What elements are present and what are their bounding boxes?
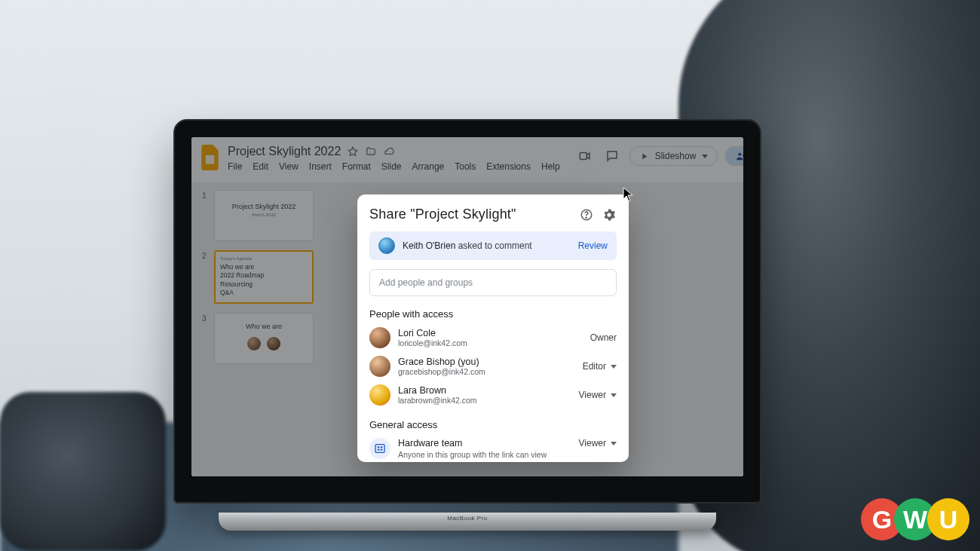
slide-thumb-3[interactable]: 3 Who we are [202, 313, 314, 364]
menu-view[interactable]: View [279, 161, 299, 172]
add-people-input[interactable]: Add people and groups [369, 269, 617, 296]
svg-point-3 [586, 217, 586, 218]
person-email: larabrown@ink42.com [398, 396, 571, 405]
watermark-logo: G W U [861, 498, 969, 540]
svg-point-2 [581, 210, 592, 220]
review-button[interactable]: Review [578, 240, 608, 251]
person-name: Lara Brown [398, 385, 571, 396]
svg-rect-6 [381, 446, 383, 448]
menu-arrange[interactable]: Arrange [412, 161, 445, 172]
role-dropdown[interactable]: Editor [583, 361, 617, 372]
group-desc: Anyone in this group with the link can v… [398, 450, 571, 459]
slide-thumb-1[interactable]: 1 Project Skylight 2022 March 2022 [202, 190, 314, 241]
requester-avatar [378, 237, 395, 254]
role-dropdown[interactable]: Viewer [579, 390, 617, 400]
role-dropdown[interactable]: Viewer [579, 438, 617, 448]
svg-rect-8 [381, 449, 383, 451]
move-folder-icon[interactable] [365, 145, 377, 158]
general-access-heading: General access [369, 419, 617, 430]
group-icon [369, 438, 390, 459]
role-label: Owner [590, 332, 617, 343]
thumb-body: Who we are 2022 Roadmap Resourcing Q&A [220, 263, 308, 298]
group-name-dropdown[interactable]: Hardware team [398, 438, 571, 448]
dialog-title: Share "Project Skylight" [369, 207, 579, 222]
caret-down-icon [611, 393, 617, 397]
menu-help[interactable]: Help [541, 161, 560, 172]
svg-rect-7 [378, 449, 380, 451]
thumb-number: 3 [202, 313, 210, 364]
thumb-title: Project Skylight 2022 [219, 203, 308, 211]
avatar-icon [369, 356, 390, 377]
star-icon[interactable] [347, 145, 359, 158]
menu-insert[interactable]: Insert [309, 161, 332, 172]
svg-rect-0 [580, 153, 586, 160]
svg-rect-4 [375, 445, 384, 453]
watermark-u: U [927, 498, 969, 540]
slideshow-label: Slideshow [655, 151, 697, 161]
person-row: Grace Bishop (you) gracebishop@ink42.com… [369, 356, 617, 377]
svg-rect-5 [378, 446, 380, 448]
laptop-screen: Project Skylight 2022 File Edit View [191, 137, 743, 476]
laptop-bezel: Project Skylight 2022 File Edit View [173, 119, 761, 504]
app-header: Project Skylight 2022 File Edit View [191, 137, 743, 172]
share-dialog: Share "Project Skylight" Keith O'Brien a… [357, 194, 629, 462]
laptop: Project Skylight 2022 File Edit View [173, 119, 761, 526]
menu-bar: File Edit View Insert Format Slide Arran… [228, 161, 560, 172]
thumb-number: 2 [202, 250, 210, 304]
avatar-icon [267, 337, 280, 350]
slides-logo-icon [201, 145, 220, 170]
caret-down-icon [611, 365, 617, 369]
person-email: loricole@ink42.com [398, 338, 583, 347]
avatar-icon [369, 384, 390, 406]
avatar-icon [247, 337, 261, 350]
thumb-heading: Today's Agenda [220, 256, 308, 261]
general-access-row: Hardware team Anyone in this group with … [369, 438, 617, 459]
person-email: gracebishop@ink42.com [398, 367, 575, 376]
help-icon[interactable] [579, 207, 594, 222]
thumb-number: 1 [202, 190, 210, 241]
slides-app: Project Skylight 2022 File Edit View [191, 137, 743, 476]
meet-icon[interactable] [575, 146, 595, 166]
play-icon [639, 152, 649, 161]
menu-edit[interactable]: Edit [253, 161, 268, 172]
menu-tools[interactable]: Tools [455, 161, 476, 172]
doc-title[interactable]: Project Skylight 2022 [228, 145, 341, 158]
person-row: Lara Brown larabrown@ink42.com Viewer [369, 384, 617, 406]
share-button[interactable]: Share [725, 146, 743, 166]
person-row: Lori Cole loricole@ink42.com Owner [369, 327, 617, 348]
access-request-banner: Keith O'Brien asked to comment Review [369, 231, 617, 260]
person-name: Lori Cole [398, 328, 583, 338]
menu-file[interactable]: File [228, 161, 242, 172]
svg-point-1 [739, 153, 742, 156]
menu-slide[interactable]: Slide [381, 161, 402, 172]
thumb-title: Who we are [219, 323, 308, 331]
gear-icon[interactable] [602, 207, 617, 222]
mouse-cursor-icon [623, 187, 633, 202]
menu-extensions[interactable]: Extensions [486, 161, 531, 172]
person-add-icon [736, 151, 743, 161]
slide-thumb-2[interactable]: 2 Today's Agenda Who we are 2022 Roadmap… [202, 250, 314, 304]
avatar-icon [369, 327, 390, 348]
laptop-hinge: MacBook Pro [219, 513, 716, 531]
slideshow-button[interactable]: Slideshow [629, 146, 718, 166]
shoe-shape [0, 392, 166, 551]
banner-text: Keith O'Brien asked to comment [403, 240, 532, 251]
menu-format[interactable]: Format [342, 161, 371, 172]
people-with-access-heading: People with access [369, 308, 617, 320]
caret-down-icon [702, 155, 708, 158]
laptop-model-label: MacBook Pro [219, 515, 716, 522]
caret-down-icon [611, 442, 617, 445]
comments-icon[interactable] [602, 146, 622, 166]
thumbnail-panel[interactable]: 1 Project Skylight 2022 March 2022 2 Tod… [191, 182, 320, 476]
thumb-subtitle: March 2022 [219, 213, 308, 217]
person-name: Grace Bishop (you) [398, 357, 575, 367]
cloud-status-icon[interactable] [383, 145, 395, 158]
